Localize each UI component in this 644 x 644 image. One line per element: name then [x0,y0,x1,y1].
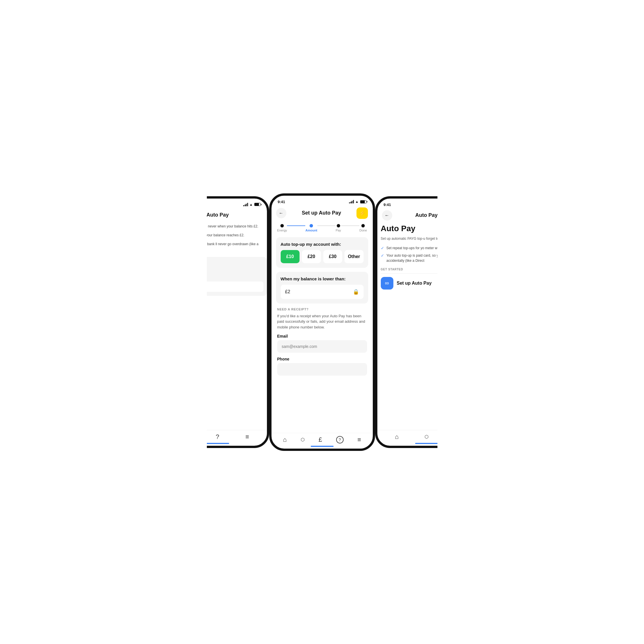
center-nav-activity[interactable]: ⬡ [301,437,305,442]
left-phone: ▲ ← Auto Pay c PAYG top-ups so you never… [207,196,269,448]
amount-btn-30[interactable]: £30 [323,250,342,263]
right-bottom-nav: ⌂ ⬡ £ [377,430,437,446]
center-signal-icon [349,200,354,203]
center-payment-icon: £ [319,436,322,443]
check-text-1: Set repeat top-ups for yo meter when you… [387,245,437,251]
left-content: c PAYG top-ups so you never when your ba… [207,221,267,430]
step-done: Done [359,224,367,232]
step-dot-energy [280,224,284,227]
step-amount: Amount [305,224,317,232]
left-wifi-icon: ▲ [249,203,253,207]
amount-btn-10[interactable]: £10 [281,250,300,263]
left-bottom-indicator [207,443,229,444]
balance-value: £2 [285,289,290,294]
lightning-icon: ⚡ [359,210,366,217]
center-menu-icon: ≡ [357,436,361,443]
center-back-button[interactable]: ← [276,208,286,218]
topup-card-title: Auto top-up my account with: [281,242,364,247]
right-phone: 9:41 ▲ ← [375,196,437,448]
right-phone-wrapper: 9:41 ▲ ← [375,196,437,448]
center-nav: ← Set up Auto Pay ⚡ [272,205,373,220]
right-nav-activity[interactable]: ⬡ [425,434,429,439]
divider [381,273,437,274]
topup-card: Auto top-up my account with: £10 £20 £30… [276,237,368,268]
right-nav-home[interactable]: ⌂ [395,433,399,441]
check-item-2: ✓ Your auto top-up is paid card, so you'… [381,253,437,263]
receipt-label: NEED A RECEIPT? [277,308,367,311]
balance-field: £2 🔒 [281,285,364,299]
center-nav-help[interactable]: ? [336,436,344,443]
progress-steps: Energy Amount Pay Done [272,220,373,234]
lock-icon: 🔒 [353,289,359,295]
left-body-text-3: op-up is paid with your bank ll never go… [207,241,267,252]
left-nav-help[interactable]: ? [216,433,219,441]
right-nav-title: Auto Pay [415,212,437,218]
step-pay: Pay [336,224,341,232]
email-input[interactable] [277,340,367,353]
check-icon-1: ✓ [381,246,384,250]
phone-field-label: Phone [277,357,367,361]
balance-card-title: When my balance is lower than: [281,276,364,281]
center-battery-icon [360,200,366,203]
left-body-text-2: op-ups for your PAYG your balance reache… [207,233,267,238]
left-signal-icon [243,203,248,206]
step-label-done: Done [359,229,367,232]
left-body-text-1: c PAYG top-ups so you never when your ba… [207,224,267,229]
balance-card: When my balance is lower than: £2 🔒 [276,272,368,304]
step-line-3 [341,225,359,226]
amount-btn-20[interactable]: £20 [302,250,321,263]
step-label-pay: Pay [336,229,341,232]
right-nav: ← Auto Pay [377,208,437,222]
center-nav-home[interactable]: ⌂ [283,436,287,443]
left-bottom-nav: £ ? ≡ [207,430,267,446]
step-label-amount: Amount [305,229,317,232]
center-bottom-nav: ⌂ ⬡ £ ? ≡ [272,433,373,449]
step-label-energy: Energy [277,229,287,232]
phone-input[interactable] [277,363,367,376]
center-bottom-indicator [311,446,334,447]
right-home-icon: ⌂ [395,433,399,441]
infinity-icon: ∞ [381,277,393,290]
right-activity-icon: ⬡ [425,434,429,439]
right-description: Set up automatic PAYG top-u forget to to… [381,236,437,241]
right-back-icon: ← [385,213,389,218]
center-status-icons: ▲ [349,200,366,204]
step-dot-pay [337,224,340,227]
receipt-section: NEED A RECEIPT? If you'd like a receipt … [276,308,368,380]
get-started-label: GET STARTED [381,268,437,271]
step-line-1 [287,225,305,226]
right-big-title: Auto Pay [381,224,437,233]
left-nav-title: Auto Pay [207,212,229,218]
left-battery-icon [254,203,261,206]
left-nav: ← Auto Pay [207,208,267,221]
left-status-bar: ▲ [207,199,267,208]
right-status-bar: 9:41 ▲ [377,199,437,208]
left-nav-menu[interactable]: ≡ [245,433,249,441]
credit-value: £2.00 [207,282,263,292]
activity-icon: ⬡ [301,437,305,442]
center-status-bar: 9:41 ▲ [272,196,373,205]
check-icon-2: ✓ [381,253,384,258]
center-phone: 9:41 ▲ ← Set up Auto Pay ⚡ [269,193,375,451]
center-nav-payment[interactable]: £ [319,436,322,443]
center-help-icon: ? [336,436,344,443]
center-nav-menu[interactable]: ≡ [357,436,361,443]
check-item-1: ✓ Set repeat top-ups for yo meter when y… [381,245,437,251]
receipt-description: If you'd like a receipt when your Auto P… [277,313,367,330]
setup-auto-pay-button[interactable]: ∞ Set up Auto Pay [381,277,437,290]
credit-label: Credit limit [207,275,263,279]
center-action-button[interactable]: ⚡ [356,207,368,219]
left-card: 🗑 Credit limit £2.00 [207,257,267,296]
step-energy: Energy [277,224,287,232]
right-back-button[interactable]: ← [382,210,392,221]
center-back-icon: ← [279,211,284,216]
center-wifi-icon: ▲ [355,200,359,204]
left-status-icons: ▲ [243,203,260,207]
center-content: Auto top-up my account with: £10 £20 £30… [272,234,373,433]
right-bottom-indicator [415,443,437,444]
amount-btn-other[interactable]: Other [344,250,364,263]
left-phone-wrapper: ▲ ← Auto Pay c PAYG top-ups so you never… [207,196,269,448]
check-text-2: Your auto top-up is paid card, so you'll… [387,253,437,263]
step-dot-done [361,224,365,227]
right-content: Auto Pay Set up automatic PAYG top-u for… [377,222,437,430]
